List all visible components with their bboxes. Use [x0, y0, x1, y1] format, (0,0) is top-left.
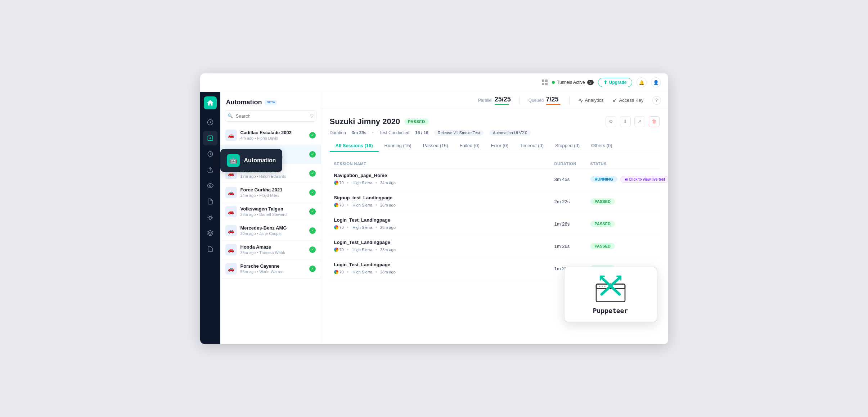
sessions-rows: Navigation_page_Home 70 • High Sierra • …: [330, 168, 660, 280]
tab-5[interactable]: Timeout (0): [514, 140, 549, 152]
table-row[interactable]: Login_Test_Landingpage 70 • High Sierra …: [330, 235, 660, 258]
build-list-item[interactable]: 🚗 Force Gurkha 2021 24m ago • Floyd Mile…: [220, 183, 321, 202]
time-ago-tag: 28m ago: [380, 270, 396, 274]
build-item-name: Honda Amaze: [240, 244, 306, 250]
build-status-check: ✓: [309, 208, 316, 215]
session-name: Login_Test_Landingpage: [334, 262, 554, 267]
sidebar-item-eye[interactable]: [203, 178, 217, 193]
test-conducted-value: 16 / 16: [415, 130, 428, 135]
session-status-col: PASSED: [590, 243, 655, 249]
upgrade-button[interactable]: ⬆ Upgrade: [598, 78, 632, 87]
build-list-item[interactable]: 🚗 Mercedes-Benz AMG 30m ago • Jane Coope…: [220, 221, 321, 240]
chrome-tag: 70: [334, 248, 344, 252]
chrome-tag: 70: [334, 203, 344, 207]
sidebar-item-bug[interactable]: [203, 210, 217, 225]
build-thumb: 🚗: [225, 206, 237, 217]
tunnels-label: Tunnels Active: [557, 80, 585, 85]
build-item-meta: 17m ago • Ralph Edwards: [240, 174, 306, 178]
access-key-button[interactable]: Access Key: [612, 98, 644, 103]
sidebar-header: Automation BETA: [220, 92, 321, 110]
test-conducted-label: Test Conducted: [379, 130, 409, 135]
build-status-check: ✓: [309, 170, 316, 177]
table-row[interactable]: Login_Test_Landingpage 70 • High Sierra …: [330, 213, 660, 235]
queued-indicator: [546, 104, 561, 105]
search-icon: 🔍: [228, 113, 233, 118]
notifications-button[interactable]: 🔔: [637, 77, 647, 87]
queued-label: Queued: [529, 98, 544, 103]
duration-label: Duration: [330, 130, 346, 135]
session-name: Login_Test_Landingpage: [334, 217, 554, 223]
puppeteer-logo-svg: [593, 275, 629, 303]
grid-icon[interactable]: [542, 80, 548, 85]
delete-action-button[interactable]: 🗑: [649, 116, 660, 127]
build-list-item[interactable]: 🚗 Porsche Cayenne 56m ago • Wade Warren …: [220, 259, 321, 278]
tab-2[interactable]: Passed (16): [417, 140, 454, 152]
filter-icon[interactable]: ▽: [310, 113, 314, 119]
build-info: Force Gurkha 2021 24m ago • Floyd Miles: [240, 187, 306, 198]
build-status-check: ✓: [309, 132, 316, 139]
live-test-button[interactable]: ⏯ Click to view live test: [620, 176, 668, 183]
build-info: Honda Amaze 36m ago • Theresa Webb: [240, 244, 306, 255]
build-list-item[interactable]: 🚗 Cadillac Escalade 2002 4m ago • Fiona …: [220, 126, 321, 145]
logo-button[interactable]: [204, 96, 217, 109]
tab-7[interactable]: Others (0): [585, 140, 618, 152]
table-row[interactable]: Signup_test_Landingpage 70 • High Sierra…: [330, 191, 660, 213]
sidebar-item-doc[interactable]: [203, 194, 217, 209]
tab-3[interactable]: Failed (0): [454, 140, 485, 152]
build-item-meta: 30m ago • Jane Cooper: [240, 231, 306, 236]
parallel-label: Parallel: [478, 98, 493, 103]
build-item-name: Volkswagen Taigun: [240, 206, 306, 212]
build-list-item[interactable]: 🚗 Volkswagen Taigun 26m ago • Darrell St…: [220, 202, 321, 221]
download-action-button[interactable]: ⬇: [620, 116, 631, 127]
help-button[interactable]: ?: [652, 96, 661, 105]
session-status-col: RUNNING ⏯ Click to view live test: [590, 176, 655, 183]
search-input[interactable]: [225, 110, 316, 122]
share-action-button[interactable]: ↗: [634, 116, 645, 127]
build-item-name: Cadillac Escalade 2002: [240, 130, 306, 135]
settings-action-button[interactable]: ⚙: [606, 116, 616, 127]
tab-6[interactable]: Stopped (0): [549, 140, 585, 152]
svg-line-7: [616, 99, 616, 99]
automation-tooltip: 🤖 Automation: [220, 149, 283, 172]
analytics-label: Analytics: [585, 98, 604, 103]
sidebar-item-analytics[interactable]: [203, 115, 217, 130]
session-duration: 1m 26s: [554, 221, 590, 227]
table-row[interactable]: Navigation_page_Home 70 • High Sierra • …: [330, 168, 660, 191]
session-name-col: Navigation_page_Home 70 • High Sierra • …: [334, 173, 554, 186]
session-tags: 70 • High Sierra • 28m ago: [334, 224, 554, 231]
stat-divider-2: [569, 96, 570, 105]
sidebar-item-automation[interactable]: [203, 131, 217, 145]
sidebar-item-file[interactable]: [203, 242, 217, 256]
svg-point-3: [209, 185, 211, 186]
analytics-button[interactable]: Analytics: [578, 98, 604, 103]
sidebar-item-upload[interactable]: [203, 163, 217, 177]
sidebar-panel: Automation BETA 🔍 ▽ 🚗 Cadillac Escalade …: [220, 92, 321, 344]
sidebar-item-history[interactable]: [203, 147, 217, 161]
build-list-item[interactable]: 🚗 Honda Amaze 36m ago • Theresa Webb ✓: [220, 240, 321, 259]
session-name: Navigation_page_Home: [334, 173, 554, 178]
tab-4[interactable]: Error (0): [485, 140, 514, 152]
automation-tag: Automation UI V2.0: [489, 130, 531, 136]
status-pill: PASSED: [590, 221, 615, 227]
build-meta-row: Duration 3m 39s • Test Conducted 16 / 16…: [330, 130, 660, 136]
chrome-tag: 70: [334, 181, 344, 185]
os-tag: High Sierra: [351, 181, 372, 185]
build-title-left: Suzuki Jimny 2020 PASSED: [330, 117, 429, 126]
search-bar: 🔍 ▽: [225, 110, 316, 122]
parallel-value: 25/25: [495, 96, 511, 103]
tab-0[interactable]: All Sessions (16): [330, 140, 379, 152]
user-avatar[interactable]: 👤: [651, 77, 661, 87]
col-duration: Duration: [554, 162, 590, 166]
build-info: Cadillac Escalade 2002 4m ago • Fiona Da…: [240, 130, 306, 140]
session-status-col: PASSED: [590, 198, 655, 205]
session-name-col: Login_Test_Landingpage 70 • High Sierra …: [334, 217, 554, 231]
build-status-check: ✓: [309, 151, 316, 158]
parallel-stat: Parallel 25/25: [478, 96, 511, 105]
chrome-icon: [334, 181, 338, 185]
session-duration: 3m 45s: [554, 177, 590, 182]
sidebar-item-layers[interactable]: [203, 226, 217, 240]
tab-1[interactable]: Running (16): [379, 140, 417, 152]
parallel-indicator: [495, 104, 509, 105]
build-item-meta: 56m ago • Wade Warren: [240, 269, 306, 274]
puppeteer-label: Puppeteer: [593, 307, 628, 314]
